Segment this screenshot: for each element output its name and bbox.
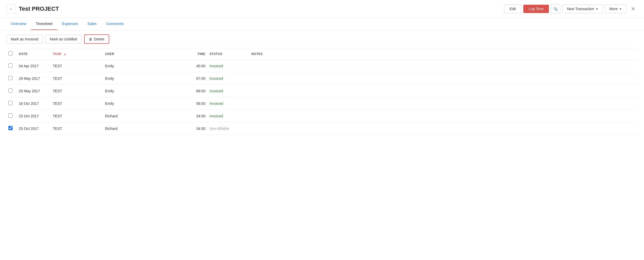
edit-button[interactable]: Edit	[504, 4, 521, 13]
table-row: 16 Oct 2017 TEST Emily 56:00 Invoiced	[6, 97, 638, 110]
row-user: Emily	[103, 85, 181, 97]
delete-button[interactable]: 🗑 Delete	[84, 34, 109, 44]
attach-icon: 📎	[553, 7, 558, 11]
timesheet-table: DATE TASK ▲ USER TIME STATUS NOTES 04 Ap…	[6, 48, 638, 135]
tabs: Overview Timesheet Expenses Sales Commen…	[0, 18, 644, 30]
status-badge: Invoiced	[210, 101, 223, 106]
status-badge: Non-Billable	[210, 126, 229, 131]
row-task: TEST	[51, 122, 103, 135]
row-time: 89:00	[181, 85, 207, 97]
task-sort-icon: ▲	[64, 53, 66, 56]
row-checkbox-cell	[6, 110, 17, 122]
row-checkbox[interactable]	[8, 88, 13, 93]
row-task: TEST	[51, 60, 103, 72]
table-row: 04 Apr 2017 TEST Emily 45:00 Invoiced	[6, 60, 638, 72]
mark-unbilled-button[interactable]: Mark as Unbilled	[45, 35, 82, 44]
row-checkbox[interactable]	[8, 76, 13, 80]
trash-icon: 🗑	[89, 37, 92, 41]
status-badge: Invoiced	[210, 64, 223, 68]
col-header-date: DATE	[17, 48, 51, 60]
status-badge: Invoiced	[210, 89, 223, 93]
col-header-notes: NOTES	[249, 48, 638, 60]
row-checkbox[interactable]	[8, 101, 13, 105]
page-title: Test PROJECT	[19, 5, 59, 12]
top-bar: ‹ Test PROJECT Edit Log Time 📎 New Trans…	[0, 0, 644, 18]
row-user: Emily	[103, 97, 181, 110]
col-header-user: USER	[103, 48, 181, 60]
tab-expenses[interactable]: Expenses	[57, 18, 83, 30]
more-label: More	[609, 7, 618, 11]
new-transaction-chevron-icon: ▼	[596, 8, 598, 10]
table-row: 25 Oct 2017 TEST Richard 34:00 Invoiced	[6, 110, 638, 122]
row-notes	[249, 97, 638, 110]
row-notes	[249, 122, 638, 135]
new-transaction-label: New Transaction	[567, 7, 594, 11]
row-checkbox[interactable]	[8, 113, 13, 118]
action-bar: Mark as Invoiced Mark as Unbilled 🗑 Dele…	[0, 30, 644, 48]
row-checkbox-cell	[6, 60, 17, 72]
row-date: 25 Oct 2017	[17, 122, 51, 135]
col-header-time: TIME	[181, 48, 207, 60]
row-checkbox-cell	[6, 85, 17, 97]
row-task: TEST	[51, 110, 103, 122]
row-user: Emily	[103, 60, 181, 72]
more-chevron-icon: ▼	[619, 8, 622, 10]
row-notes	[249, 60, 638, 72]
row-time: 34:00	[181, 122, 207, 135]
top-bar-right: Edit Log Time 📎 New Transaction ▼ More ▼…	[504, 4, 638, 14]
attach-button[interactable]: 📎	[551, 4, 560, 14]
row-status: Invoiced	[207, 85, 249, 97]
row-checkbox[interactable]	[8, 63, 13, 68]
tab-overview[interactable]: Overview	[6, 18, 31, 30]
row-date: 25 Oct 2017	[17, 110, 51, 122]
top-bar-left: ‹ Test PROJECT	[6, 4, 59, 14]
select-all-checkbox[interactable]	[8, 51, 13, 56]
close-button[interactable]: ✕	[628, 4, 638, 14]
row-date: 29 May 2017	[17, 72, 51, 85]
row-task: TEST	[51, 85, 103, 97]
col-header-task[interactable]: TASK ▲	[51, 48, 103, 60]
row-user: Richard	[103, 122, 181, 135]
row-date: 04 Apr 2017	[17, 60, 51, 72]
row-user: Emily	[103, 72, 181, 85]
back-button[interactable]: ‹	[6, 4, 16, 14]
row-date: 29 May 2017	[17, 85, 51, 97]
row-status: Non-Billable	[207, 122, 249, 135]
delete-label: Delete	[94, 37, 104, 41]
row-checkbox-cell	[6, 122, 17, 135]
table-row: 29 May 2017 TEST Emily 67:00 Invoiced	[6, 72, 638, 85]
row-notes	[249, 85, 638, 97]
row-checkbox-cell	[6, 97, 17, 110]
log-time-button[interactable]: Log Time	[523, 5, 549, 13]
more-button[interactable]: More ▼	[605, 4, 626, 13]
row-checkbox[interactable]	[8, 126, 13, 130]
row-task: TEST	[51, 72, 103, 85]
row-status: Invoiced	[207, 110, 249, 122]
row-time: 56:00	[181, 97, 207, 110]
row-date: 16 Oct 2017	[17, 97, 51, 110]
new-transaction-button[interactable]: New Transaction ▼	[562, 4, 603, 13]
status-badge: Invoiced	[210, 114, 223, 118]
table-header-row: DATE TASK ▲ USER TIME STATUS NOTES	[6, 48, 638, 60]
row-status: Invoiced	[207, 97, 249, 110]
mark-invoiced-button[interactable]: Mark as Invoiced	[6, 35, 43, 44]
row-time: 67:00	[181, 72, 207, 85]
row-time: 34:00	[181, 110, 207, 122]
close-icon: ✕	[631, 6, 635, 12]
col-header-status: STATUS	[207, 48, 249, 60]
table-row: 29 May 2017 TEST Emily 89:00 Invoiced	[6, 85, 638, 97]
table-row: 25 Oct 2017 TEST Richard 34:00 Non-Billa…	[6, 122, 638, 135]
row-notes	[249, 110, 638, 122]
row-time: 45:00	[181, 60, 207, 72]
row-notes	[249, 72, 638, 85]
tab-comments[interactable]: Comments	[101, 18, 129, 30]
table-container: DATE TASK ▲ USER TIME STATUS NOTES 04 Ap…	[0, 48, 644, 135]
row-checkbox-cell	[6, 72, 17, 85]
row-user: Richard	[103, 110, 181, 122]
row-status: Invoiced	[207, 72, 249, 85]
row-task: TEST	[51, 97, 103, 110]
status-badge: Invoiced	[210, 76, 223, 81]
tab-timesheet[interactable]: Timesheet	[31, 18, 57, 30]
row-status: Invoiced	[207, 60, 249, 72]
tab-sales[interactable]: Sales	[83, 18, 101, 30]
